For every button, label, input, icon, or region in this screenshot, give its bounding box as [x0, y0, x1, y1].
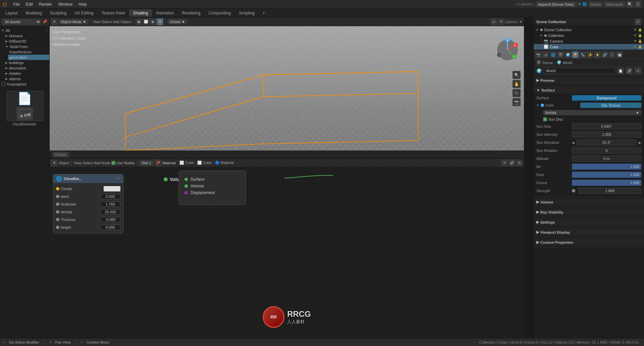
sun-intensity-value[interactable]: 1.000 [572, 131, 641, 137]
color-expand-arrow[interactable]: ▼ [536, 104, 539, 107]
prop-physics-icon[interactable]: ⚡ [594, 51, 601, 58]
air-slider[interactable]: 1.000 [572, 164, 641, 170]
prop-data-icon[interactable]: ▽ [609, 51, 615, 58]
menu-edit[interactable]: Edit [23, 1, 36, 7]
sc-lock1[interactable]: 🔒 [638, 28, 642, 32]
resize-button[interactable]: Resize [52, 152, 69, 157]
world-new-btn[interactable]: 📋 [617, 67, 624, 74]
tab-shading[interactable]: Shading [129, 9, 152, 17]
tab-layout[interactable]: Layout [1, 9, 21, 17]
vp-object-menu[interactable]: Object [120, 20, 131, 24]
sidebar-pin-icon[interactable]: 📌 [42, 19, 47, 24]
rendered-btn[interactable]: 🔆 [157, 18, 163, 25]
sc-row-camera[interactable]: 📷 Camera 👁 🔒 [534, 38, 644, 44]
prop-view-icon[interactable]: 🌐 [550, 51, 556, 58]
vp-add-menu[interactable]: Add [113, 20, 120, 24]
solid-btn[interactable]: ⬜ [143, 18, 149, 25]
sc-row-scene[interactable]: ▼ ◆ Scene Collection 👁 🔒 [534, 27, 644, 33]
cloud-node-close[interactable]: 🛡 [116, 176, 120, 181]
sun-size-value[interactable]: 0.545° [572, 123, 641, 129]
menu-render[interactable]: Render [36, 1, 55, 7]
color-sky-value[interactable]: Sky Texture [580, 103, 641, 108]
prop-object-icon[interactable]: 📦 [572, 51, 579, 58]
asset-type-dropdown[interactable]: 3d assets [2, 19, 41, 25]
prop-modifier-icon[interactable]: 🔧 [579, 51, 586, 58]
tree-all[interactable]: ▼ All + [0, 28, 49, 33]
sc-row-collection[interactable]: ▼ ◆ Collection 👁 🔒 [534, 33, 644, 38]
sc-eye3[interactable]: 👁 [634, 39, 637, 43]
tree-decoration[interactable]: ▶ decoration [4, 65, 49, 71]
tree-kitbash3d[interactable]: ▶ KitBash3D [4, 39, 49, 44]
tree-unassigned[interactable]: Unassigned [0, 81, 49, 87]
altitude-value[interactable]: 0 m [572, 156, 641, 162]
sun-elev-right-arrow[interactable]: ▶ [639, 141, 641, 145]
menu-window[interactable]: Window [55, 1, 75, 7]
volume-section-header[interactable]: ▶ Volume [534, 198, 644, 206]
tree-humans[interactable]: ▶ Humans [4, 33, 49, 39]
tab-compositing[interactable]: Compositing [205, 9, 235, 17]
overlay-btn[interactable]: ◎ [490, 18, 497, 25]
sun-elevation-value[interactable]: 15.3° [577, 139, 637, 146]
tab-rendering[interactable]: Rendering [178, 9, 204, 17]
surface-bg-value[interactable]: Background [572, 95, 641, 101]
seed-value[interactable]: 0.000 [100, 194, 120, 199]
sc-row-cube[interactable]: ⬜ Cube 👁 🔒 [534, 44, 644, 50]
object-mode-dropdown[interactable]: Object Mode ▼ [59, 19, 88, 24]
preview-header[interactable]: ▶ Preview [534, 77, 644, 84]
sc-lock4[interactable]: 🔒 [638, 45, 642, 49]
clouds-swatch[interactable] [104, 186, 120, 191]
custom-props-header[interactable]: ▶ Custom Properties [534, 239, 644, 246]
tab-animation[interactable]: Animation [152, 9, 178, 17]
nav-zoom-in[interactable]: 🔍 [513, 71, 521, 79]
scale-value[interactable]: 1.760 [100, 201, 120, 207]
height-value[interactable]: 0.000 [100, 225, 120, 230]
nav-pan[interactable]: ✋ [513, 80, 521, 88]
sc-lock3[interactable]: 🔒 [638, 39, 642, 43]
sc-lock2[interactable]: 🔒 [638, 34, 642, 37]
sc-filter-btn[interactable]: ☰ [635, 18, 641, 25]
use-nodes-checkbox[interactable]: ✓ Use Nodes [111, 161, 135, 165]
ne-close-btn[interactable]: ✕ [501, 160, 508, 166]
sun-disc-checkbox[interactable]: ✓ Sun Disc [543, 117, 563, 121]
world-x-btn[interactable]: ✕ [635, 67, 641, 74]
nishita-dropdown[interactable]: Nishita ▼ [543, 110, 641, 115]
tab-sculpting[interactable]: Sculpting [46, 9, 70, 17]
sc-eye1[interactable]: 👁 [634, 28, 637, 32]
sc-eye2[interactable]: 👁 [634, 34, 637, 37]
ne-settings-btn[interactable]: ⚙ [516, 160, 523, 166]
search-btn[interactable]: 🔍 [627, 1, 633, 8]
menu-help[interactable]: Help [76, 1, 90, 7]
ne-object-label[interactable]: Object [59, 161, 69, 165]
material-preview-btn[interactable]: ◉ [150, 18, 156, 25]
menu-file[interactable]: File [11, 1, 22, 7]
world-name-input[interactable] [544, 68, 615, 74]
ne-mode-btn[interactable]: ▼ [51, 160, 58, 166]
ne-link-btn[interactable]: 🔗 [508, 160, 515, 166]
vp-mode-btn[interactable]: ▼ [51, 18, 58, 25]
ne-pin-btn[interactable]: 📌 [155, 160, 161, 166]
density-value[interactable]: 25.030 [100, 209, 120, 215]
vp-view-menu[interactable]: View [93, 20, 101, 24]
nav-rotate[interactable]: ↻ [513, 89, 521, 97]
tree-etables[interactable]: ▶ etables [4, 71, 49, 76]
viewport-display-header[interactable]: ▶ Viewport Display [534, 229, 644, 236]
vp-options-label[interactable]: Options ▼ [505, 20, 523, 24]
dust-slider[interactable]: 1.000 [572, 172, 641, 178]
slot-dropdown[interactable]: Slot 1 [139, 160, 154, 166]
ozone-slider[interactable]: 1.000 [572, 180, 641, 186]
ray-visibility-header[interactable]: ▶ Ray Visibility [534, 209, 644, 216]
tab-texture-paint[interactable]: Texture Paint [98, 9, 129, 17]
tree-buildings[interactable]: ▶ buildings [4, 60, 49, 65]
prop-output-icon[interactable]: 🖨 [542, 51, 549, 58]
thickness-value[interactable]: -0.080 [100, 217, 120, 222]
prop-render-icon[interactable]: 📷 [535, 51, 542, 58]
prop-particles-icon[interactable]: ✨ [587, 51, 593, 58]
add-collection-icon[interactable]: + [46, 28, 48, 33]
world-link-btn[interactable]: 🔗 [626, 67, 633, 74]
vp-select-menu[interactable]: Select [102, 20, 112, 24]
node-editor-canvas[interactable]: 🌐 CloudGe... 🛡 Clouds seed 0.000 [50, 167, 524, 338]
sc-eye4[interactable]: 👁 [634, 45, 637, 49]
tree-nodetrees[interactable]: ▼ NodeTrees [4, 44, 49, 49]
sun-rotation-value[interactable]: 0 [572, 148, 641, 154]
global-dropdown[interactable]: Global ▼ [168, 19, 187, 24]
